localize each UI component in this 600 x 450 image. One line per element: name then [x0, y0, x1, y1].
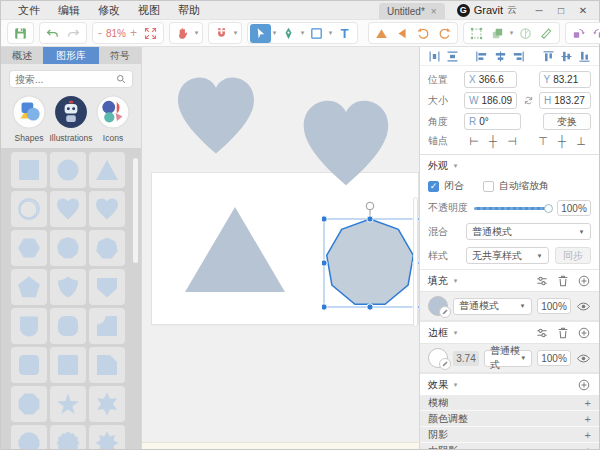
- anchor-button-4[interactable]: ┼: [554, 135, 570, 148]
- anchor-button-0[interactable]: ⊢: [466, 135, 482, 148]
- zoom-level[interactable]: 81%: [104, 28, 128, 39]
- tab-close-icon[interactable]: ×: [431, 6, 437, 17]
- knife-icon[interactable]: [536, 24, 557, 43]
- effect-add-icon[interactable]: +: [585, 445, 591, 450]
- shape-thumb-pentagon[interactable]: [11, 269, 47, 305]
- effect-row-3[interactable]: 内阴影+: [420, 443, 599, 449]
- shape-thumb-cut-square[interactable]: [89, 347, 125, 383]
- save-icon[interactable]: [10, 24, 31, 43]
- tool-dropdown-caret[interactable]: ▾: [271, 29, 278, 37]
- height-field[interactable]: H 183.27: [539, 92, 591, 109]
- left-panel-scrollbar[interactable]: [133, 158, 138, 263]
- fill-visibility-eye-icon[interactable]: [576, 299, 591, 314]
- chevron-down-icon[interactable]: ▾: [452, 329, 459, 337]
- blend-mode-select[interactable]: 普通模式 ▾: [466, 223, 591, 240]
- fill-opacity-value[interactable]: 100%: [537, 298, 571, 314]
- style-sync-button[interactable]: 同步: [555, 247, 591, 264]
- canvas[interactable]: [141, 47, 419, 449]
- canvas-horizontal-scrollbar[interactable]: [142, 442, 419, 449]
- distribute-vertical-icon[interactable]: [444, 47, 460, 65]
- menu-0[interactable]: 文件: [9, 3, 49, 18]
- shape-thumb-star-5[interactable]: [50, 386, 86, 422]
- fill-blend-select[interactable]: 普通模式 ▾: [453, 298, 532, 315]
- hand-tool-icon[interactable]: [172, 24, 193, 43]
- zoom-out-button[interactable]: -: [98, 26, 102, 40]
- align-top-icon[interactable]: [540, 47, 556, 65]
- border-add-icon[interactable]: [577, 326, 591, 340]
- effect-add-icon[interactable]: +: [585, 413, 591, 425]
- shape-thumb-badge[interactable]: [11, 308, 47, 344]
- pen-tool-icon[interactable]: [278, 24, 299, 43]
- fill-delete-icon[interactable]: [556, 274, 570, 288]
- shape-thumb-heptagon[interactable]: [89, 230, 125, 266]
- closed-checkbox[interactable]: ✓: [428, 181, 439, 192]
- effects-add-icon[interactable]: [577, 378, 591, 392]
- shape-thumb-hexagon[interactable]: [11, 230, 47, 266]
- fill-options-icon[interactable]: [535, 274, 549, 288]
- library-category-shapes[interactable]: Shapes: [9, 95, 49, 143]
- canvas-vertical-scrollbar[interactable]: [413, 197, 418, 327]
- opacity-value[interactable]: 100%: [557, 200, 591, 216]
- effect-add-icon[interactable]: +: [585, 397, 591, 409]
- minimize-button[interactable]: ─: [529, 5, 549, 16]
- anchor-button-5[interactable]: ⊥: [573, 135, 589, 148]
- shape-thumb-octagon[interactable]: [11, 386, 47, 422]
- shared-style-select[interactable]: 无共享样式 ▾: [466, 247, 549, 264]
- shape-thumb-shield[interactable]: [50, 269, 86, 305]
- border-blend-select[interactable]: 普通模式 ▾: [484, 350, 532, 367]
- rotate-cw-icon[interactable]: [434, 24, 455, 43]
- shape-thumb-heart[interactable]: [50, 191, 86, 227]
- library-category-icons[interactable]: Icons: [93, 95, 133, 143]
- tool-dropdown-caret[interactable]: ▾: [193, 29, 200, 37]
- shape-thumb-scallop[interactable]: [50, 425, 86, 449]
- anchor-button-1[interactable]: ┼: [485, 135, 501, 148]
- opacity-slider[interactable]: [474, 207, 551, 210]
- align-center-icon[interactable]: [492, 47, 508, 65]
- menu-3[interactable]: 视图: [129, 3, 169, 18]
- chevron-down-icon[interactable]: ▾: [452, 277, 459, 285]
- align-left-icon[interactable]: [474, 47, 490, 65]
- pointer-tool-icon[interactable]: [250, 24, 271, 43]
- group-icon[interactable]: [487, 24, 508, 43]
- chevron-down-icon[interactable]: ▾: [452, 162, 459, 170]
- heart-shape-1[interactable]: [172, 74, 260, 156]
- aspect-ratio-lock-icon[interactable]: [521, 94, 535, 107]
- zoom-in-button[interactable]: +: [130, 26, 137, 40]
- flip-horizontal-icon[interactable]: [392, 24, 413, 43]
- triangle-shape[interactable]: [185, 207, 285, 292]
- edit-pencil-icon[interactable]: [439, 306, 451, 318]
- maximize-button[interactable]: □: [551, 5, 571, 16]
- shape-thumb-rounded-square-2[interactable]: [11, 347, 47, 383]
- left-tab-0[interactable]: 概述: [1, 47, 43, 64]
- edit-pencil-icon[interactable]: [439, 358, 451, 370]
- rectangle-tool-icon[interactable]: [306, 24, 327, 43]
- left-tab-2[interactable]: 符号: [99, 47, 141, 64]
- align-bottom-icon[interactable]: [577, 47, 593, 65]
- position-x-field[interactable]: X 366.6: [464, 71, 517, 88]
- transform-frame-icon[interactable]: [466, 24, 487, 43]
- library-category-illustrations[interactable]: Illustrations: [51, 95, 91, 143]
- rotate-copy-icon[interactable]: [568, 24, 589, 43]
- document-tab[interactable]: Untitled* ×: [379, 3, 445, 19]
- redo-icon[interactable]: [63, 24, 84, 43]
- align-middle-icon[interactable]: [558, 47, 574, 65]
- shape-thumb-rounded-square[interactable]: [50, 308, 86, 344]
- border-options-icon[interactable]: [535, 326, 549, 340]
- tool-dropdown-caret[interactable]: ▾: [508, 29, 515, 37]
- mask-icon[interactable]: [515, 24, 536, 43]
- border-visibility-eye-icon[interactable]: [576, 351, 591, 366]
- effect-row-2[interactable]: 阴影+: [420, 427, 599, 443]
- shape-thumb-nonagon[interactable]: [50, 230, 86, 266]
- shape-thumb-sketch-circle[interactable]: [11, 191, 47, 227]
- anchor-button-2[interactable]: ⊣: [504, 135, 520, 148]
- shape-thumb-square-2[interactable]: [50, 347, 86, 383]
- align-right-icon[interactable]: [511, 47, 527, 65]
- shape-thumb-triangle[interactable]: [89, 152, 125, 188]
- tool-dropdown-caret[interactable]: ▾: [327, 29, 334, 37]
- duplicate-rotate-icon[interactable]: [589, 24, 600, 43]
- menu-4[interactable]: 帮助: [169, 3, 209, 18]
- fill-add-icon[interactable]: [577, 274, 591, 288]
- chevron-down-icon[interactable]: ▾: [452, 381, 459, 389]
- undo-icon[interactable]: [42, 24, 63, 43]
- opacity-slider-knob[interactable]: [544, 204, 553, 213]
